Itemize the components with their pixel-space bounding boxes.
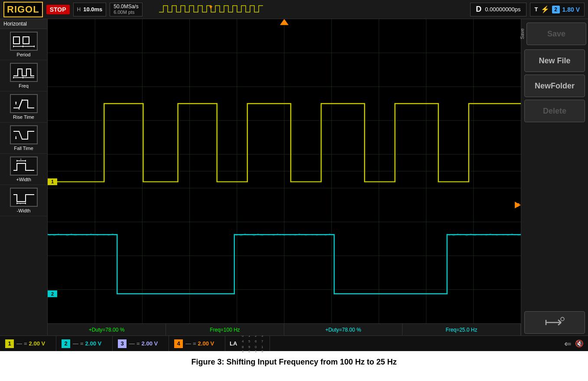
freq-icon xyxy=(10,63,38,82)
ch2-num: 2 xyxy=(62,339,70,348)
svg-text:T: T xyxy=(283,20,286,26)
new-file-button[interactable]: New File xyxy=(524,49,585,72)
channel-4-item[interactable]: 4 — = 2.00 V xyxy=(169,336,225,351)
enter-button[interactable] xyxy=(524,311,585,334)
poswidth-icon: + xyxy=(10,156,38,176)
svg-line-9 xyxy=(19,100,22,108)
usb-icon: ⇐ xyxy=(564,339,572,349)
svg-text:+: + xyxy=(20,158,22,161)
save-button[interactable]: Save xyxy=(526,23,586,45)
ch3-volt: — = 2.00 V xyxy=(129,340,158,347)
scope-display: T T xyxy=(48,19,521,335)
svg-text:2: 2 xyxy=(51,291,54,296)
period-icon xyxy=(10,32,38,51)
negwidth-label: -Width xyxy=(17,208,31,213)
trigger-info: D 0.00000000ps xyxy=(470,3,526,16)
ch1-num: 1 xyxy=(5,339,14,348)
sample-info: 50.0MSa/s 6.00M pts xyxy=(110,3,142,16)
svg-text:⬆: ⬆ xyxy=(14,101,18,105)
status-duty2: +Duty=78.00 % xyxy=(284,324,403,335)
top-bar: RIGOL STOP H 10.0ms 50.0MSa/s 6.00M pts … xyxy=(0,0,588,19)
status-freq1: Freq=100 Hz xyxy=(166,324,284,335)
right-sidebar: Save Save New File NewFolder Delete xyxy=(521,19,588,335)
channel-2-item[interactable]: 2 — = 2.00 V xyxy=(56,336,113,351)
risetime-label: Rise Time xyxy=(13,114,34,120)
svg-point-51 xyxy=(561,317,564,321)
waveform-preview: ▼ xyxy=(146,3,276,16)
poswidth-label: +Width xyxy=(16,177,31,182)
svg-text:1: 1 xyxy=(51,179,54,184)
la-section[interactable]: LA 0 1 2 3 4 5 6 7 8 9 0 1 1 2 1 3 xyxy=(225,336,270,351)
sidebar-item-period[interactable]: Period xyxy=(0,29,47,60)
svg-text:⬇: ⬇ xyxy=(14,136,18,140)
ch4-volt: — = 2.00 V xyxy=(185,340,214,347)
display-status-bar: +Duty=78.00 % Freq=100 Hz +Duty=78.00 % … xyxy=(48,323,521,335)
speaker-icon: 🔇 xyxy=(575,339,584,348)
save-section: Save Save xyxy=(523,21,586,47)
ch1-volt: — = 2.00 V xyxy=(16,340,45,347)
trigger-t-marker: ▼ xyxy=(208,4,214,10)
bottom-right: ⇐ 🔇 xyxy=(560,339,588,349)
t-channel-num: 2 xyxy=(552,6,560,13)
svg-text:T: T xyxy=(517,202,520,208)
channel-bar: 1 — = 2.00 V 2 — = 2.00 V 3 — xyxy=(0,335,588,351)
figure-caption: Figure 3: Shifting Input Frequency from … xyxy=(0,351,588,373)
ch2-volt: — = 2.00 V xyxy=(73,340,101,347)
freq-label: Freq xyxy=(19,83,29,88)
sidebar-item-freq[interactable]: Freq xyxy=(0,60,47,91)
stop-badge: STOP xyxy=(46,5,70,14)
left-sidebar: Horizontal Period xyxy=(0,19,48,335)
risetime-icon: ⬆ xyxy=(10,94,38,113)
logo: RIGOL xyxy=(3,2,43,17)
sidebar-item-falltime[interactable]: ⬇ Fall Time xyxy=(0,123,47,154)
horizontal-info: H 10.0ms xyxy=(73,3,107,16)
sidebar-item-negwidth[interactable]: - -Width xyxy=(0,185,47,216)
horizontal-label: Horizontal xyxy=(0,19,47,29)
delete-button[interactable]: Delete xyxy=(524,100,585,122)
svg-rect-1 xyxy=(23,37,29,44)
main-area: Horizontal Period xyxy=(0,19,588,335)
ch4-num: 4 xyxy=(174,339,183,348)
ch3-num: 3 xyxy=(118,339,127,348)
t-status: T ⚡ 2 1.80 V xyxy=(530,3,585,16)
status-duty1: +Duty=78.00 % xyxy=(48,324,166,335)
period-label: Period xyxy=(17,52,31,57)
channel-3-item[interactable]: 3 — = 2.00 V xyxy=(113,336,169,351)
sidebar-item-poswidth[interactable]: + +Width xyxy=(0,154,47,185)
falltime-label: Fall Time xyxy=(14,146,33,151)
new-folder-button[interactable]: NewFolder xyxy=(524,75,585,97)
save-vertical-label: Save xyxy=(520,28,525,39)
channel-1-item[interactable]: 1 — = 2.00 V xyxy=(0,336,56,351)
falltime-icon: ⬇ xyxy=(10,125,38,144)
status-freq2: Freq=25.0 Hz xyxy=(403,324,521,335)
la-grid: 0 1 2 3 4 5 6 7 8 9 0 1 1 2 1 3 xyxy=(240,334,265,353)
scope-waveform-svg: T T xyxy=(48,19,521,323)
svg-rect-0 xyxy=(13,37,19,44)
negwidth-icon: - xyxy=(10,188,38,207)
sidebar-item-risetime[interactable]: ⬆ Rise Time xyxy=(0,91,47,123)
